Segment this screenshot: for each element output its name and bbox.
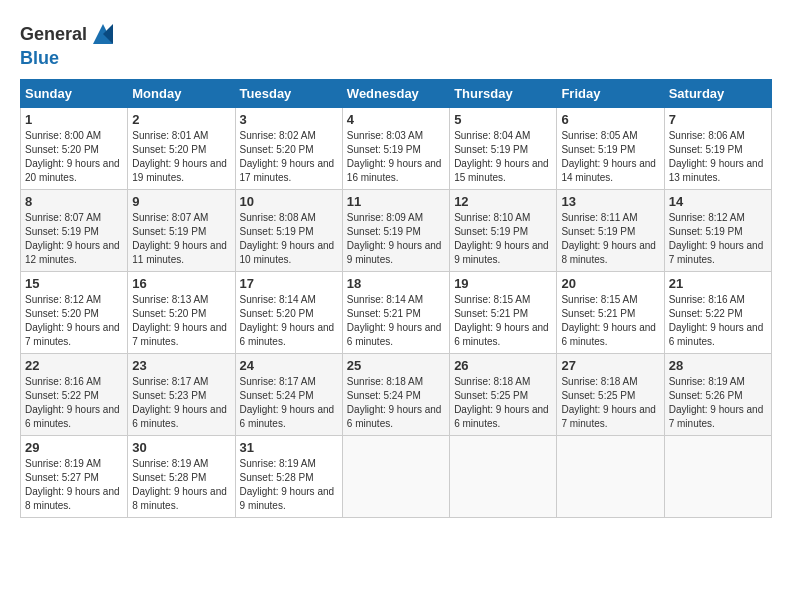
day-info: Sunrise: 8:16 AMSunset: 5:22 PMDaylight:… <box>669 293 767 349</box>
day-number: 26 <box>454 358 552 373</box>
day-number: 19 <box>454 276 552 291</box>
calendar-cell: 6Sunrise: 8:05 AMSunset: 5:19 PMDaylight… <box>557 108 664 190</box>
day-info: Sunrise: 8:02 AMSunset: 5:20 PMDaylight:… <box>240 129 338 185</box>
day-info: Sunrise: 8:01 AMSunset: 5:20 PMDaylight:… <box>132 129 230 185</box>
logo: General Blue <box>20 20 117 69</box>
header-saturday: Saturday <box>664 80 771 108</box>
calendar-cell: 19Sunrise: 8:15 AMSunset: 5:21 PMDayligh… <box>450 272 557 354</box>
day-info: Sunrise: 8:18 AMSunset: 5:24 PMDaylight:… <box>347 375 445 431</box>
calendar-cell: 4Sunrise: 8:03 AMSunset: 5:19 PMDaylight… <box>342 108 449 190</box>
day-number: 22 <box>25 358 123 373</box>
day-number: 18 <box>347 276 445 291</box>
logo-general: General <box>20 24 87 45</box>
calendar-cell: 11Sunrise: 8:09 AMSunset: 5:19 PMDayligh… <box>342 190 449 272</box>
calendar-cell: 7Sunrise: 8:06 AMSunset: 5:19 PMDaylight… <box>664 108 771 190</box>
day-number: 15 <box>25 276 123 291</box>
day-info: Sunrise: 8:19 AMSunset: 5:28 PMDaylight:… <box>132 457 230 513</box>
calendar-cell: 9Sunrise: 8:07 AMSunset: 5:19 PMDaylight… <box>128 190 235 272</box>
day-number: 8 <box>25 194 123 209</box>
day-number: 2 <box>132 112 230 127</box>
day-info: Sunrise: 8:07 AMSunset: 5:19 PMDaylight:… <box>132 211 230 267</box>
calendar-cell: 8Sunrise: 8:07 AMSunset: 5:19 PMDaylight… <box>21 190 128 272</box>
day-info: Sunrise: 8:06 AMSunset: 5:19 PMDaylight:… <box>669 129 767 185</box>
calendar-cell: 2Sunrise: 8:01 AMSunset: 5:20 PMDaylight… <box>128 108 235 190</box>
calendar-week-1: 1Sunrise: 8:00 AMSunset: 5:20 PMDaylight… <box>21 108 772 190</box>
day-info: Sunrise: 8:19 AMSunset: 5:27 PMDaylight:… <box>25 457 123 513</box>
calendar-cell: 23Sunrise: 8:17 AMSunset: 5:23 PMDayligh… <box>128 354 235 436</box>
day-info: Sunrise: 8:19 AMSunset: 5:28 PMDaylight:… <box>240 457 338 513</box>
calendar-cell: 21Sunrise: 8:16 AMSunset: 5:22 PMDayligh… <box>664 272 771 354</box>
calendar-cell: 14Sunrise: 8:12 AMSunset: 5:19 PMDayligh… <box>664 190 771 272</box>
day-number: 1 <box>25 112 123 127</box>
day-info: Sunrise: 8:19 AMSunset: 5:26 PMDaylight:… <box>669 375 767 431</box>
header-thursday: Thursday <box>450 80 557 108</box>
day-info: Sunrise: 8:08 AMSunset: 5:19 PMDaylight:… <box>240 211 338 267</box>
header-wednesday: Wednesday <box>342 80 449 108</box>
day-number: 6 <box>561 112 659 127</box>
day-info: Sunrise: 8:16 AMSunset: 5:22 PMDaylight:… <box>25 375 123 431</box>
calendar-cell: 16Sunrise: 8:13 AMSunset: 5:20 PMDayligh… <box>128 272 235 354</box>
calendar-header-row: SundayMondayTuesdayWednesdayThursdayFrid… <box>21 80 772 108</box>
day-info: Sunrise: 8:18 AMSunset: 5:25 PMDaylight:… <box>454 375 552 431</box>
calendar-cell: 31Sunrise: 8:19 AMSunset: 5:28 PMDayligh… <box>235 436 342 518</box>
day-number: 23 <box>132 358 230 373</box>
calendar-cell: 10Sunrise: 8:08 AMSunset: 5:19 PMDayligh… <box>235 190 342 272</box>
header-sunday: Sunday <box>21 80 128 108</box>
calendar-cell: 27Sunrise: 8:18 AMSunset: 5:25 PMDayligh… <box>557 354 664 436</box>
day-info: Sunrise: 8:15 AMSunset: 5:21 PMDaylight:… <box>561 293 659 349</box>
header-tuesday: Tuesday <box>235 80 342 108</box>
day-info: Sunrise: 8:17 AMSunset: 5:23 PMDaylight:… <box>132 375 230 431</box>
day-info: Sunrise: 8:14 AMSunset: 5:21 PMDaylight:… <box>347 293 445 349</box>
day-info: Sunrise: 8:18 AMSunset: 5:25 PMDaylight:… <box>561 375 659 431</box>
day-number: 14 <box>669 194 767 209</box>
day-info: Sunrise: 8:12 AMSunset: 5:20 PMDaylight:… <box>25 293 123 349</box>
day-number: 27 <box>561 358 659 373</box>
calendar-cell: 3Sunrise: 8:02 AMSunset: 5:20 PMDaylight… <box>235 108 342 190</box>
calendar-cell: 30Sunrise: 8:19 AMSunset: 5:28 PMDayligh… <box>128 436 235 518</box>
day-number: 17 <box>240 276 338 291</box>
day-info: Sunrise: 8:00 AMSunset: 5:20 PMDaylight:… <box>25 129 123 185</box>
logo-icon <box>89 20 117 48</box>
day-number: 24 <box>240 358 338 373</box>
calendar-cell: 22Sunrise: 8:16 AMSunset: 5:22 PMDayligh… <box>21 354 128 436</box>
day-info: Sunrise: 8:05 AMSunset: 5:19 PMDaylight:… <box>561 129 659 185</box>
calendar-week-4: 22Sunrise: 8:16 AMSunset: 5:22 PMDayligh… <box>21 354 772 436</box>
day-info: Sunrise: 8:07 AMSunset: 5:19 PMDaylight:… <box>25 211 123 267</box>
day-number: 20 <box>561 276 659 291</box>
day-number: 5 <box>454 112 552 127</box>
day-info: Sunrise: 8:11 AMSunset: 5:19 PMDaylight:… <box>561 211 659 267</box>
day-number: 16 <box>132 276 230 291</box>
calendar-cell <box>557 436 664 518</box>
header-monday: Monday <box>128 80 235 108</box>
calendar-cell <box>664 436 771 518</box>
calendar-cell <box>342 436 449 518</box>
day-number: 3 <box>240 112 338 127</box>
calendar-week-2: 8Sunrise: 8:07 AMSunset: 5:19 PMDaylight… <box>21 190 772 272</box>
day-number: 7 <box>669 112 767 127</box>
calendar-cell: 25Sunrise: 8:18 AMSunset: 5:24 PMDayligh… <box>342 354 449 436</box>
day-info: Sunrise: 8:10 AMSunset: 5:19 PMDaylight:… <box>454 211 552 267</box>
day-number: 10 <box>240 194 338 209</box>
calendar-cell: 24Sunrise: 8:17 AMSunset: 5:24 PMDayligh… <box>235 354 342 436</box>
calendar-cell: 18Sunrise: 8:14 AMSunset: 5:21 PMDayligh… <box>342 272 449 354</box>
calendar-cell: 28Sunrise: 8:19 AMSunset: 5:26 PMDayligh… <box>664 354 771 436</box>
day-info: Sunrise: 8:13 AMSunset: 5:20 PMDaylight:… <box>132 293 230 349</box>
day-info: Sunrise: 8:03 AMSunset: 5:19 PMDaylight:… <box>347 129 445 185</box>
day-info: Sunrise: 8:14 AMSunset: 5:20 PMDaylight:… <box>240 293 338 349</box>
calendar-cell: 12Sunrise: 8:10 AMSunset: 5:19 PMDayligh… <box>450 190 557 272</box>
day-number: 30 <box>132 440 230 455</box>
day-info: Sunrise: 8:12 AMSunset: 5:19 PMDaylight:… <box>669 211 767 267</box>
day-info: Sunrise: 8:15 AMSunset: 5:21 PMDaylight:… <box>454 293 552 349</box>
day-number: 9 <box>132 194 230 209</box>
calendar-cell: 15Sunrise: 8:12 AMSunset: 5:20 PMDayligh… <box>21 272 128 354</box>
calendar-week-5: 29Sunrise: 8:19 AMSunset: 5:27 PMDayligh… <box>21 436 772 518</box>
day-number: 31 <box>240 440 338 455</box>
day-number: 21 <box>669 276 767 291</box>
day-number: 28 <box>669 358 767 373</box>
logo-blue: Blue <box>20 48 59 68</box>
calendar-cell: 17Sunrise: 8:14 AMSunset: 5:20 PMDayligh… <box>235 272 342 354</box>
day-number: 4 <box>347 112 445 127</box>
day-info: Sunrise: 8:04 AMSunset: 5:19 PMDaylight:… <box>454 129 552 185</box>
calendar-cell: 1Sunrise: 8:00 AMSunset: 5:20 PMDaylight… <box>21 108 128 190</box>
header-friday: Friday <box>557 80 664 108</box>
